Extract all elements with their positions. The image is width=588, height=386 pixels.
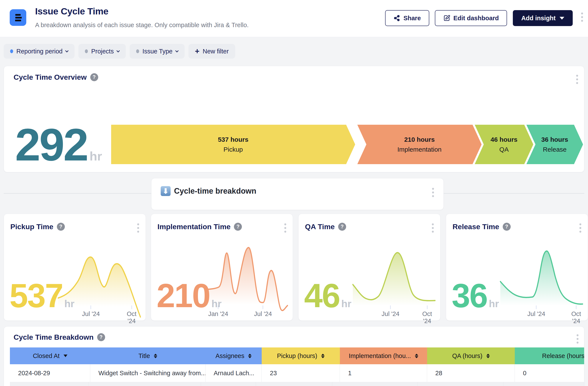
column-label: Implementation (hou...: [349, 352, 411, 360]
header-kebab-menu-icon[interactable]: [581, 13, 583, 22]
cell-pickup: 23: [262, 364, 340, 382]
column-label: Title: [139, 352, 150, 360]
x-tick-label: Jul '24: [254, 305, 272, 318]
header: Issue Cycle Time A breakdown analysis of…: [0, 0, 588, 37]
help-icon[interactable]: ?: [97, 333, 105, 341]
metric-unit: hr: [489, 298, 499, 310]
share-button[interactable]: Share: [385, 10, 429, 26]
x-tick-label: Jul '24: [82, 305, 100, 318]
column-header-implementation[interactable]: Implementation (hou...: [340, 347, 427, 364]
filter-bar: Reporting period Projects Issue Type + N…: [4, 44, 235, 59]
filter-reporting-period-label: Reporting period: [16, 48, 63, 55]
inactive-filter-dot-icon: [85, 49, 88, 53]
funnel-stage-release[interactable]: 36 hours Release: [526, 125, 583, 164]
add-insight-button[interactable]: Add insight: [513, 10, 573, 26]
metric-card-title: Pickup Time: [10, 222, 53, 231]
help-icon[interactable]: ?: [503, 223, 511, 231]
metric-value: 36 hr: [452, 279, 499, 312]
overview-kebab-menu-icon[interactable]: [576, 75, 578, 84]
table-row-partial[interactable]: [10, 382, 584, 386]
sort-icon: [248, 354, 252, 358]
cell-implementation: 1: [340, 364, 427, 382]
filter-projects[interactable]: Projects: [78, 44, 126, 59]
release-time-card: Release Time ? Jul '24 Oct '24 36 hr: [446, 214, 588, 321]
cycle-time-overview-card: Cycle Time Overview ? 292 hr 537 hours P…: [4, 66, 584, 172]
edit-icon: [443, 14, 450, 22]
share-label: Share: [403, 15, 421, 22]
help-icon[interactable]: ?: [57, 223, 65, 231]
help-icon[interactable]: ?: [338, 223, 346, 231]
column-header-title[interactable]: Title: [90, 347, 206, 364]
metric-unit: hr: [64, 298, 75, 310]
metric-card-title: Implementation Time: [157, 222, 231, 231]
table-kebab-menu-icon[interactable]: [577, 334, 579, 343]
x-tick-label: Oct '24: [570, 305, 582, 325]
implementation-time-card: Implementation Time ? Jan '24 Jul '24 21…: [151, 214, 293, 321]
column-header-assignees[interactable]: Assignees: [206, 347, 262, 364]
column-header-release[interactable]: Release (hours): [515, 347, 584, 364]
funnel-stage-qa[interactable]: 46 hours QA: [475, 125, 533, 164]
stage-value: 46 hours: [490, 136, 517, 143]
card-kebab-menu-icon[interactable]: [579, 223, 581, 233]
dashboard-page: Issue Cycle Time A breakdown analysis of…: [0, 0, 588, 386]
help-icon[interactable]: ?: [234, 223, 242, 231]
chevron-down-icon: [175, 49, 179, 52]
cycle-time-breakdown-banner: ⬇ Cycle-time breakdown: [151, 178, 444, 210]
stage-value: 36 hours: [541, 136, 568, 143]
chevron-down-icon: [117, 49, 120, 52]
menu-icon[interactable]: [10, 9, 26, 26]
table-card-title: Cycle Time Breakdown: [14, 333, 94, 342]
funnel-stage-implementation[interactable]: 210 hours Implementation: [357, 125, 482, 164]
table-row[interactable]: 2024-08-29 Widget Switch - Switching awa…: [10, 364, 584, 382]
total-cycle-time-unit: hr: [90, 149, 102, 163]
cell-assignees: Arnaud Lach...: [206, 364, 262, 382]
sort-icon: [486, 354, 490, 358]
column-header-pickup[interactable]: Pickup (hours): [262, 347, 340, 364]
sort-desc-icon: [63, 355, 67, 357]
stage-value: 537 hours: [218, 136, 249, 143]
metric-value: 210 hr: [157, 279, 222, 312]
overview-card-title: Cycle Time Overview: [14, 73, 87, 81]
x-tick-label: Oct '24: [421, 305, 434, 325]
help-icon[interactable]: ?: [90, 73, 98, 81]
stage-label: Pickup: [223, 146, 243, 153]
funnel-stage-pickup[interactable]: 537 hours Pickup: [111, 125, 355, 164]
column-label: Release (hours): [542, 352, 584, 360]
column-label: Pickup (hours): [277, 352, 317, 360]
active-filter-dot-icon: [10, 49, 13, 53]
stage-label: Implementation: [397, 146, 441, 153]
sort-icon: [321, 354, 325, 358]
banner-kebab-menu-icon[interactable]: [432, 188, 434, 197]
new-filter-label: New filter: [203, 48, 229, 55]
sort-icon: [415, 354, 418, 358]
filter-issue-type[interactable]: Issue Type: [130, 44, 185, 59]
filter-reporting-period[interactable]: Reporting period: [4, 44, 75, 59]
cycle-stage-funnel: 537 hours Pickup 210 hours Implementatio…: [111, 125, 583, 164]
cell-release: 0: [515, 364, 584, 382]
metric-value: 537 hr: [9, 279, 75, 312]
add-insight-label: Add insight: [521, 15, 555, 22]
stage-value: 210 hours: [404, 136, 435, 143]
new-filter-button[interactable]: + New filter: [189, 44, 235, 59]
metric-unit: hr: [341, 298, 351, 310]
x-tick-label: Jul '24: [382, 305, 399, 318]
metric-card-title: QA Time: [305, 222, 335, 231]
cycle-time-breakdown-table-card: Cycle Time Breakdown ? Closed At Title A…: [4, 326, 584, 386]
card-kebab-menu-icon[interactable]: [432, 223, 434, 233]
metric-number: 537: [9, 279, 63, 312]
column-label: Assignees: [216, 352, 244, 360]
x-tick-label: Jul '24: [527, 305, 545, 318]
column-header-qa[interactable]: QA (hours): [427, 347, 515, 364]
card-kebab-menu-icon[interactable]: [284, 223, 286, 233]
sort-icon: [154, 354, 157, 358]
metric-unit: hr: [211, 298, 222, 310]
metric-number: 210: [157, 279, 210, 312]
card-kebab-menu-icon[interactable]: [137, 223, 139, 233]
cell-title: Widget Switch - Switching away from...: [90, 364, 206, 382]
metric-card-title: Release Time: [453, 222, 499, 231]
edit-dashboard-button[interactable]: Edit dashboard: [435, 10, 507, 26]
page-subtitle: A breakdown analysis of each issue stage…: [35, 21, 249, 29]
column-header-closed-at[interactable]: Closed At: [10, 347, 90, 364]
caret-down-icon: [560, 17, 564, 20]
cell-closed-at: 2024-08-29: [10, 364, 90, 382]
